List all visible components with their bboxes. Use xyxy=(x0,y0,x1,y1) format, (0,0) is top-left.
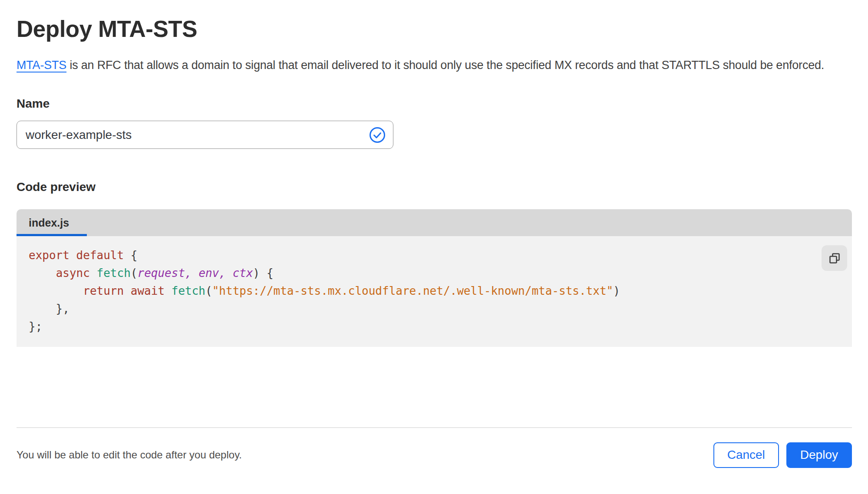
intro-text: is an RFC that allows a domain to signal… xyxy=(66,59,824,72)
deploy-mta-sts-page: Deploy MTA-STS MTA-STS is an RFC that al… xyxy=(0,0,868,347)
page-title: Deploy MTA-STS xyxy=(17,16,852,42)
code-preview-label: Code preview xyxy=(17,180,852,194)
name-field-wrapper xyxy=(17,121,393,149)
code-token: return await xyxy=(83,284,165,297)
name-input[interactable] xyxy=(17,121,393,149)
code-token: }, xyxy=(29,302,69,315)
code-token xyxy=(165,284,172,297)
code-line: async fetch(request, env, ctx) { xyxy=(29,264,813,282)
deploy-button[interactable]: Deploy xyxy=(786,442,852,468)
code-editor-area: export default { async fetch(request, en… xyxy=(17,236,852,347)
code-token: async xyxy=(56,267,90,280)
code-token xyxy=(29,284,83,297)
intro-paragraph: MTA-STS is an RFC that allows a domain t… xyxy=(17,55,852,75)
footer-divider xyxy=(17,427,852,428)
footer-bar: You will be able to edit the code after … xyxy=(17,442,852,468)
footer-actions: Cancel Deploy xyxy=(713,442,852,468)
footer-note: You will be able to edit the code after … xyxy=(17,449,242,461)
code-token: ) xyxy=(613,284,620,297)
code-token: ) { xyxy=(253,267,274,280)
tab-index-js[interactable]: index.js xyxy=(17,209,87,236)
mta-sts-link[interactable]: MTA-STS xyxy=(17,59,66,72)
tab-label: index.js xyxy=(29,217,69,229)
name-label: Name xyxy=(17,97,852,111)
code-token: fetch xyxy=(97,267,131,280)
code-token: }; xyxy=(29,320,42,333)
code-token: { xyxy=(124,249,137,262)
code-token: ( xyxy=(131,267,138,280)
code-token: "https://mta-sts.mx.cloudflare.net/.well… xyxy=(212,284,614,297)
code-content: export default { async fetch(request, en… xyxy=(29,247,813,336)
code-line: export default { xyxy=(29,247,813,264)
code-token: fetch xyxy=(172,284,205,297)
code-token: request, env, ctx xyxy=(138,267,253,280)
code-token: ( xyxy=(205,284,212,297)
code-token xyxy=(90,267,97,280)
code-line: }, xyxy=(29,300,813,318)
check-circle-icon xyxy=(369,127,386,143)
code-preview-block: index.js export default { async fetch(re… xyxy=(17,209,852,347)
code-line: return await fetch("https://mta-sts.mx.c… xyxy=(29,282,813,300)
code-token xyxy=(29,267,56,280)
cancel-button[interactable]: Cancel xyxy=(713,442,779,468)
code-token: export default xyxy=(29,249,124,262)
code-tab-bar: index.js xyxy=(17,209,852,236)
copy-icon xyxy=(828,252,841,264)
copy-code-button[interactable] xyxy=(822,245,847,271)
code-line: }; xyxy=(29,318,813,336)
